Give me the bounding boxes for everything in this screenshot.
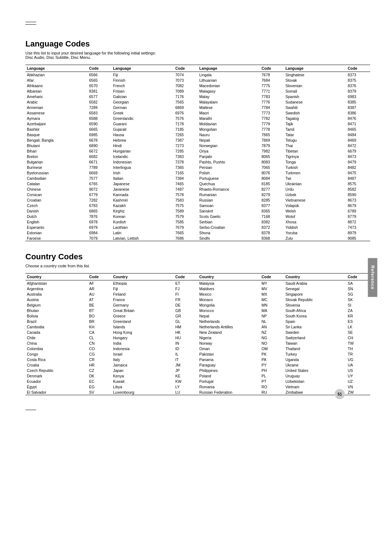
- language-name: Laothian: [111, 224, 174, 230]
- country-name: Cambodia: [25, 324, 88, 329]
- language-code: 8479: [346, 159, 370, 165]
- language-name: Vietnamese: [284, 197, 346, 203]
- country-code: FJ: [174, 286, 198, 291]
- country-code: CG: [88, 351, 112, 357]
- country-code: LU: [174, 389, 198, 395]
- country-name: Uganda: [284, 357, 346, 362]
- country-code: MV: [260, 286, 284, 291]
- language-code: 8472: [346, 143, 370, 148]
- language-name: Samoan: [198, 203, 260, 208]
- country-table-header-row: Country Code Country Code Country Code C…: [25, 274, 370, 280]
- country-code: SA: [346, 280, 370, 286]
- table-row: CambodiaKHIslandsHMNetherlands AntillesA…: [25, 324, 370, 329]
- language-name: Rhaeto-Romance: [198, 186, 260, 192]
- country-code: LK: [346, 324, 370, 329]
- language-code: 6582: [88, 99, 112, 105]
- language-code: 7565: [174, 99, 198, 105]
- language-name: Urdu: [284, 186, 346, 192]
- table-row: English6978Kurdish7585Serbian8382Xhosa88…: [25, 219, 370, 224]
- lang-header-4: Language: [284, 65, 346, 72]
- language-code: 7576: [174, 116, 198, 121]
- country-code: OM: [260, 346, 284, 351]
- country-name: Jamaica: [111, 362, 174, 368]
- language-code: 7082: [174, 83, 198, 88]
- language-name: Croatian: [25, 197, 88, 203]
- language-name: Hungarian: [111, 148, 174, 154]
- language-name: Thai: [284, 143, 346, 148]
- language-name: Yiddish: [284, 224, 346, 230]
- language-code: 6789: [346, 208, 370, 214]
- language-code: 7869: [260, 137, 284, 143]
- table-row: Estonian6984Latin7665Shona8378Yoruba8979: [25, 230, 370, 235]
- language-code: 7583: [174, 197, 198, 203]
- language-name: Assamese: [25, 110, 88, 116]
- country-name: Norway: [198, 340, 260, 346]
- language-name: Turkish: [284, 165, 346, 170]
- language-name: Spanish: [284, 94, 346, 99]
- language-code: 6590: [88, 121, 112, 126]
- language-code: 7783: [260, 94, 284, 99]
- language-name: Kirghiz: [111, 208, 174, 214]
- language-name: Tigrinya: [284, 154, 346, 159]
- country-code: ID: [174, 346, 198, 351]
- country-name: Sri Lanka: [284, 324, 346, 329]
- country-name: Greece: [111, 313, 174, 319]
- language-name: Nauru: [198, 132, 260, 137]
- language-code: 8476: [346, 116, 370, 121]
- language-name: Dutch: [25, 214, 88, 219]
- language-code: 8475: [346, 170, 370, 175]
- language-code: 7065: [260, 165, 284, 170]
- language-name: Ameharic: [25, 94, 88, 99]
- language-code: 8279: [260, 192, 284, 197]
- language-code: 8185: [260, 181, 284, 186]
- language-name: Chinese: [25, 186, 88, 192]
- language-name: Sindhi: [198, 235, 260, 241]
- country-code: UG: [346, 357, 370, 362]
- country-name: Egypt: [25, 384, 88, 389]
- country-name: Netherlands: [198, 319, 260, 324]
- language-name: Aymara: [25, 116, 88, 121]
- language-name: German: [111, 105, 174, 110]
- language-name: Rumanian: [198, 192, 260, 197]
- language-name: Zulu: [284, 235, 346, 241]
- language-code: 6665: [88, 126, 112, 132]
- language-code: 7074: [174, 72, 198, 78]
- language-code: 8779: [346, 214, 370, 219]
- language-code: 6577: [88, 94, 112, 99]
- language-name: Portuguese: [198, 175, 260, 181]
- language-name: Malagasy: [198, 88, 260, 94]
- language-code: 7387: [174, 137, 198, 143]
- language-code: 7865: [260, 132, 284, 137]
- language-code: 6976: [174, 110, 198, 116]
- country-code: HR: [88, 362, 112, 368]
- language-code: 7778: [260, 126, 284, 132]
- language-code: 7876: [88, 214, 112, 219]
- country-code: MY: [260, 280, 284, 286]
- page-number: 51: [335, 389, 345, 399]
- country-name: Senegal: [284, 286, 346, 291]
- country-name: Poland: [198, 373, 260, 378]
- country-code: SK: [346, 297, 370, 302]
- language-code: 7982: [260, 148, 284, 154]
- language-name: Macedonian: [198, 83, 260, 88]
- country-name: Czech Republic: [25, 368, 88, 373]
- code-header-2: Code: [174, 65, 198, 72]
- language-code: 7775: [260, 83, 284, 88]
- lang-header-2: Language: [111, 65, 174, 72]
- country-name: Slovak Republic: [284, 297, 346, 302]
- language-name: Volapük: [284, 203, 346, 208]
- country-name: Brazil: [25, 319, 88, 324]
- language-name: Kazakh: [111, 203, 174, 208]
- language-code: 7384: [174, 175, 198, 181]
- table-row: Esperanto6979Laothian7679Serbo-Croatian8…: [25, 224, 370, 230]
- language-code: 7773: [260, 110, 284, 116]
- language-code: 7776: [260, 99, 284, 105]
- language-name: Lingala: [198, 72, 260, 78]
- country-name: Hungary: [111, 335, 174, 340]
- table-row: Czech RepublicCZJapanJPPhilippinesPHUnit…: [25, 368, 370, 373]
- language-name: Danish: [25, 208, 88, 214]
- country-code: MX: [260, 291, 284, 297]
- country-name: Israel: [111, 351, 174, 357]
- country-code: ZA: [346, 308, 370, 313]
- table-row: Afrikaans6570French7082Macedonian7775Slo…: [25, 83, 370, 88]
